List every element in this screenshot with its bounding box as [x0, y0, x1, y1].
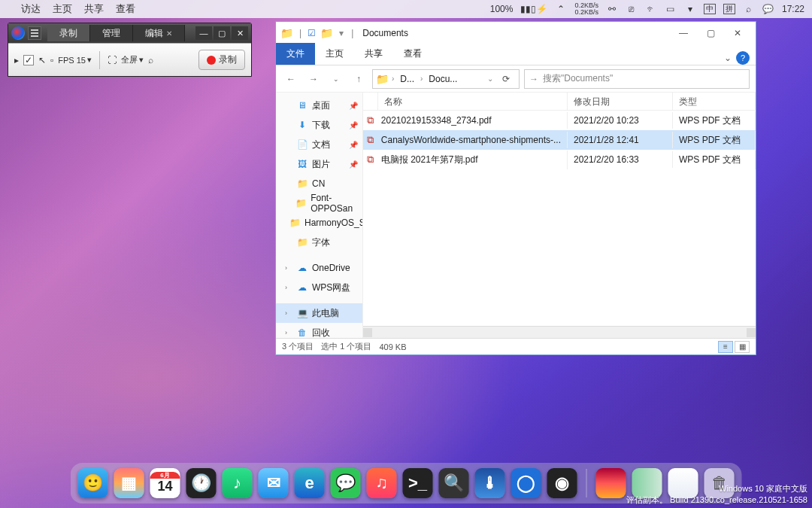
recorder-checkbox[interactable]: ✓: [23, 55, 34, 65]
chevron-right-icon[interactable]: ›: [285, 264, 292, 272]
cursor-icon[interactable]: ↖: [38, 55, 46, 65]
pointer-icon[interactable]: ▸: [14, 55, 19, 65]
sidebar-item-6[interactable]: 📁HarmonyOS_Sa: [276, 213, 362, 233]
view-details[interactable]: ≡: [718, 341, 733, 353]
nav-up[interactable]: ↑: [350, 70, 368, 88]
table-row[interactable]: ⧉20210219153348_2734.pdf2021/2/20 10:23W…: [363, 111, 756, 130]
sidebar-item-0[interactable]: 🖥桌面📌: [276, 96, 362, 115]
cast-icon[interactable]: ⎚: [626, 3, 638, 15]
clock[interactable]: 17:22: [782, 4, 804, 14]
breadcrumb-seg1[interactable]: D...: [397, 74, 417, 84]
dock-qqmusic[interactable]: ♪: [223, 468, 253, 498]
view-icons[interactable]: ▦: [735, 341, 750, 353]
file-type: WPS PDF 文档: [673, 111, 756, 130]
magnify-icon[interactable]: ⌕: [148, 55, 153, 65]
help-icon[interactable]: ?: [736, 51, 750, 65]
dock-finder[interactable]: 🙂: [78, 468, 108, 498]
table-row[interactable]: ⧉CanalysWorldwide-smartphone-shipments-.…: [363, 130, 756, 150]
recorder-close[interactable]: ✕: [232, 26, 248, 40]
recorder-menu-button[interactable]: [28, 26, 41, 40]
ime-zhong[interactable]: 中: [704, 4, 716, 14]
close-icon[interactable]: ✕: [166, 29, 172, 38]
selection-icon[interactable]: ▫: [50, 55, 53, 65]
dock-wechat[interactable]: 💬: [331, 468, 361, 498]
dock-weather[interactable]: 🌡: [475, 468, 505, 498]
nav-back[interactable]: ←: [282, 70, 300, 88]
search-input[interactable]: → 搜索"Documents": [524, 69, 750, 89]
ribbon-file[interactable]: 文件: [276, 43, 315, 65]
dock-music2[interactable]: ♫: [367, 468, 397, 498]
refresh-icon[interactable]: ⟳: [496, 74, 516, 84]
recorder-tab-record[interactable]: 录制: [47, 25, 90, 41]
sidebar-item-1[interactable]: ⬇下载📌: [276, 115, 362, 135]
explorer-minimize[interactable]: —: [670, 23, 697, 44]
menu-share[interactable]: 共享: [84, 2, 104, 16]
qat-properties[interactable]: ☑: [308, 28, 316, 38]
chevron-down-icon[interactable]: ⌄: [487, 75, 493, 83]
sidebar-icon: 🗑: [297, 327, 308, 338]
explorer-close[interactable]: ✕: [724, 23, 751, 44]
recorder-tab-edit[interactable]: 编辑✕: [133, 25, 185, 41]
sidebar-item-2[interactable]: 📄文档📌: [276, 135, 362, 154]
col-name[interactable]: 名称: [378, 93, 568, 110]
menu-home[interactable]: 主页: [53, 2, 72, 16]
nav-forward[interactable]: →: [304, 70, 323, 88]
dock-launchpad[interactable]: ▦: [114, 468, 144, 498]
menu-view[interactable]: 查看: [116, 2, 135, 16]
dock-app-thumb1[interactable]: [596, 468, 626, 498]
recorder-region-selector[interactable]: 全屏 ▾: [121, 54, 144, 65]
sidebar-item-5[interactable]: 📁Font-OPPOSan: [276, 193, 362, 213]
col-type[interactable]: 类型: [673, 93, 756, 110]
ribbon-view[interactable]: 查看: [393, 43, 432, 65]
recorder-fps-selector[interactable]: FPS 15 ▾: [58, 55, 92, 65]
dock-mail[interactable]: ✉: [259, 468, 289, 498]
dock-recorder[interactable]: ◉: [547, 468, 577, 498]
dock-terminal[interactable]: >_: [403, 468, 433, 498]
ribbon-home[interactable]: 主页: [315, 43, 354, 65]
dock-edge[interactable]: e: [295, 468, 325, 498]
sidebar-item-10[interactable]: ›💻此电脑: [276, 303, 362, 323]
dock-clock[interactable]: 🕐: [186, 468, 217, 498]
display-icon[interactable]: ▭: [665, 3, 677, 15]
recorder-minimize[interactable]: —: [195, 26, 212, 40]
explorer-maximize[interactable]: ▢: [697, 23, 724, 44]
region-icon[interactable]: ⛶: [108, 55, 117, 65]
ribbon-share[interactable]: 共享: [354, 43, 393, 65]
record-button[interactable]: 录制: [198, 50, 245, 70]
notification-icon[interactable]: 💬: [762, 3, 774, 15]
sidebar-item-3[interactable]: 🖼图片📌: [276, 154, 362, 174]
chevron-right-icon[interactable]: ›: [285, 329, 292, 336]
chevron-right-icon[interactable]: ›: [285, 284, 292, 291]
sidebar-item-4[interactable]: 📁CN: [276, 174, 362, 193]
ribbon-collapse-icon[interactable]: ⌄: [724, 53, 732, 63]
sidebar-label: 字体: [312, 236, 330, 249]
qat-newfolder[interactable]: 📁: [320, 27, 333, 39]
record-dot-icon: [207, 56, 216, 65]
file-date: 2021/1/28 12:41: [568, 132, 673, 148]
dock-calendar[interactable]: 6月14: [150, 468, 180, 498]
wifi-icon[interactable]: ᯤ: [645, 3, 657, 15]
menu-finder[interactable]: 访达: [21, 2, 41, 16]
address-bar[interactable]: 📁 › D... › Docu... ⌄ ⟳: [372, 69, 520, 89]
nav-recent[interactable]: ⌄: [327, 70, 345, 88]
sidebar-item-7[interactable]: 📁字体: [276, 233, 362, 252]
col-date[interactable]: 修改日期: [568, 93, 673, 110]
tray-chevron[interactable]: ⌃: [555, 3, 567, 15]
chevron-right-icon[interactable]: ›: [285, 309, 292, 317]
sidebar-item-11[interactable]: ›🗑回收: [276, 323, 362, 338]
bluetooth-icon[interactable]: ⚯: [606, 3, 618, 15]
dock-search[interactable]: 🔍: [439, 468, 469, 498]
recorder-tab-manage[interactable]: 管理: [90, 25, 133, 41]
battery-percent: 100%: [490, 4, 514, 14]
recorder-maximize[interactable]: ▢: [214, 26, 230, 40]
dropdown-icon[interactable]: ▾: [684, 3, 696, 15]
sidebar-item-9[interactable]: ›☁WPS网盘: [276, 278, 362, 297]
dock-cortana[interactable]: ◯: [511, 468, 541, 498]
ime-pin[interactable]: 拼: [723, 4, 735, 14]
horizontal-scrollbar[interactable]: [363, 326, 756, 338]
table-row[interactable]: ⧉电脑报 2021年第7期.pdf2021/2/20 16:33WPS PDF …: [363, 150, 756, 169]
battery-icon[interactable]: ▮▮▯⚡: [520, 4, 547, 14]
search-icon[interactable]: ⌕: [743, 3, 755, 15]
sidebar-item-8[interactable]: ›☁OneDrive: [276, 258, 362, 278]
breadcrumb-seg2[interactable]: Docu...: [426, 74, 460, 84]
